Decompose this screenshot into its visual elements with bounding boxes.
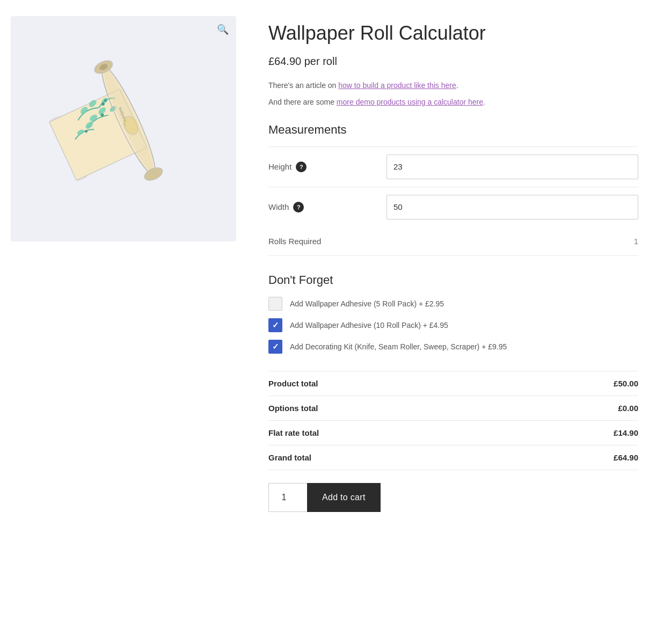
quantity-input[interactable] xyxy=(268,483,307,512)
grand-total-value: £64.90 xyxy=(614,453,638,462)
zoom-icon[interactable]: 🔍 xyxy=(217,24,229,35)
totals-section: Product total £50.00 Options total £0.00… xyxy=(268,371,638,470)
product-description-2: And there are some more demo products us… xyxy=(268,96,638,108)
add-to-cart-row: Add to cart xyxy=(268,483,638,512)
checkbox-label-2: Add Wallpaper Adhesive (10 Roll Pack) + … xyxy=(290,321,448,330)
rolls-required-row: Rolls Required 1 xyxy=(268,227,638,256)
checkbox-item-2: Add Wallpaper Adhesive (10 Roll Pack) + … xyxy=(268,318,638,332)
width-row: Width ? xyxy=(268,187,638,227)
total-row-options: Options total £0.00 xyxy=(268,396,638,421)
rolls-required-label: Rolls Required xyxy=(268,237,634,246)
checkbox-item-3: Add Decorating Kit (Knife, Seam Roller, … xyxy=(268,340,638,354)
checkbox-label-1: Add Wallpaper Adhesive (5 Roll Pack) + £… xyxy=(290,299,444,308)
width-label: Width xyxy=(268,202,289,211)
product-detail-column: Wallpaper Roll Calculator £64.90 per rol… xyxy=(268,16,638,512)
height-label-group: Height ? xyxy=(268,162,387,172)
grand-total-label: Grand total xyxy=(268,453,311,462)
dont-forget-title: Don't Forget xyxy=(268,273,638,287)
options-total-value: £0.00 xyxy=(618,404,638,413)
checkbox-3[interactable] xyxy=(268,340,282,354)
flat-rate-total-label: Flat rate total xyxy=(268,428,319,437)
description-prefix: There's an article on xyxy=(268,81,338,90)
product-title: Wallpaper Roll Calculator xyxy=(268,21,638,45)
product-total-label: Product total xyxy=(268,379,318,388)
height-help-icon[interactable]: ? xyxy=(296,162,307,172)
height-input[interactable] xyxy=(387,155,638,179)
checkbox-label-3: Add Decorating Kit (Knife, Seam Roller, … xyxy=(290,342,507,351)
product-price: £64.90 per roll xyxy=(268,55,638,68)
dont-forget-section: Don't Forget Add Wallpaper Adhesive (5 R… xyxy=(268,273,638,354)
height-label: Height xyxy=(268,162,291,171)
description2-suffix: . xyxy=(483,98,485,106)
product-description-1: There's an article on how to build a pro… xyxy=(268,79,638,91)
width-label-group: Width ? xyxy=(268,202,387,213)
flat-rate-total-value: £14.90 xyxy=(614,428,638,437)
add-to-cart-button[interactable]: Add to cart xyxy=(307,483,381,512)
description-suffix: . xyxy=(456,81,458,90)
page-wrapper: 🔍 xyxy=(0,0,649,528)
options-total-label: Options total xyxy=(268,404,318,413)
product-total-value: £50.00 xyxy=(614,379,638,388)
height-row: Height ? xyxy=(268,147,638,187)
checkbox-2[interactable] xyxy=(268,318,282,332)
product-image-column: 🔍 xyxy=(11,16,236,512)
checkbox-1[interactable] xyxy=(268,297,282,311)
checkbox-item-1: Add Wallpaper Adhesive (5 Roll Pack) + £… xyxy=(268,297,638,311)
total-row-product: Product total £50.00 xyxy=(268,371,638,396)
demo-products-link[interactable]: more demo products using a calculator he… xyxy=(337,98,483,106)
article-link[interactable]: how to build a product like this here xyxy=(338,81,456,90)
rolls-required-value: 1 xyxy=(634,237,638,246)
measurements-section: Measurements Height ? Width ? Rolls Requ… xyxy=(268,123,638,256)
image-container: 🔍 xyxy=(11,16,236,241)
width-help-icon[interactable]: ? xyxy=(293,202,304,213)
description2-prefix: And there are some xyxy=(268,98,337,106)
product-image: Wallpaper xyxy=(32,54,215,204)
width-input[interactable] xyxy=(387,195,638,219)
total-row-grand: Grand total £64.90 xyxy=(268,445,638,470)
total-row-flat-rate: Flat rate total £14.90 xyxy=(268,421,638,445)
measurements-title: Measurements xyxy=(268,123,638,137)
